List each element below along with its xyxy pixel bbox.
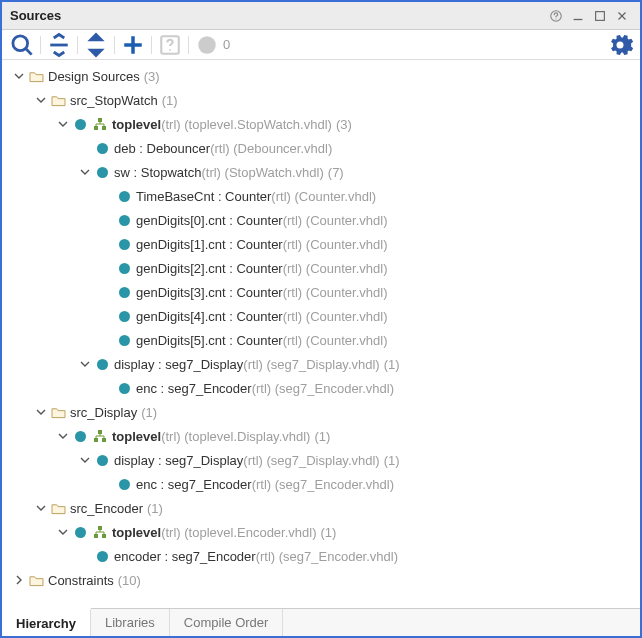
sources-tree[interactable]: Design Sources (3) src_StopWatch (1) top… [2,60,640,608]
tree-item-src-stopwatch[interactable]: src_StopWatch (1) [2,88,640,112]
tree-item-sw[interactable]: sw : Stopwatch (trl) (StopWatch.vhdl) (7… [2,160,640,184]
tree-item-toplevel-encoder[interactable]: toplevel (trl) (toplevel.Encoder.vhdl) (… [2,520,640,544]
tree-item-enc-sw[interactable]: enc : seg7_Encoder (rtl) (seg7_Encoder.v… [2,376,640,400]
tree-file: (StopWatch.vhdl) [225,165,324,180]
chevron-down-icon[interactable] [78,165,92,179]
chevron-right-icon[interactable] [12,573,26,587]
tree-count: (1) [314,429,330,444]
tree-label: display : seg7_Display [114,453,243,468]
tree-count: (7) [328,165,344,180]
tree-item-display-disp[interactable]: display : seg7_Display (rtl) (seg7_Displ… [2,448,640,472]
search-icon[interactable] [8,33,36,57]
folder-icon [50,404,66,420]
add-icon[interactable] [119,33,147,57]
tree-arch: (rtl) [283,261,303,276]
module-icon [116,308,132,324]
separator [77,36,78,54]
svg-point-6 [13,35,28,50]
tree-arch: (trl) [161,525,181,540]
tab-compile-order[interactable]: Compile Order [170,609,284,636]
tree-item-display-sw[interactable]: display : seg7_Display (rtl) (seg7_Displ… [2,352,640,376]
close-icon[interactable] [612,6,632,26]
module-icon [72,428,88,444]
chevron-down-icon[interactable] [78,357,92,371]
module-icon [116,332,132,348]
tree-item-constraints[interactable]: Constraints (10) [2,568,640,592]
tree-item-design-sources[interactable]: Design Sources (3) [2,64,640,88]
tree-file: (Counter.vhdl) [306,261,388,276]
module-icon [94,548,110,564]
chevron-down-icon[interactable] [34,405,48,419]
tree-item-gendigit3[interactable]: genDigits[3].cnt : Counter (rtl) (Counte… [2,280,640,304]
chevron-down-icon[interactable] [34,501,48,515]
chevron-down-icon[interactable] [56,525,70,539]
tree-arch: (trl) [161,117,181,132]
tree-item-deb[interactable]: deb : Debouncer (rtl) (Debouncer.vhdl) [2,136,640,160]
tree-file: (Debouncer.vhdl) [233,141,332,156]
toolbar-zero: 0 [223,37,230,52]
separator [40,36,41,54]
chevron-down-icon[interactable] [78,453,92,467]
tree-item-toplevel-display[interactable]: toplevel (trl) (toplevel.Display.vhdl) (… [2,424,640,448]
chevron-down-icon[interactable] [34,93,48,107]
module-icon [116,212,132,228]
tree-label: Design Sources [48,69,140,84]
tree-label: genDigits[1].cnt : Counter [136,237,283,252]
tree-item-gendigit0[interactable]: genDigits[0].cnt : Counter (rtl) (Counte… [2,208,640,232]
tree-arch: (trl) [201,165,221,180]
svg-rect-20 [102,438,106,442]
tree-item-gendigit1[interactable]: genDigits[1].cnt : Counter (rtl) (Counte… [2,232,640,256]
tree-item-encoder-enc[interactable]: encoder : seg7_Encoder (rtl) (seg7_Encod… [2,544,640,568]
module-icon [116,284,132,300]
svg-rect-22 [94,534,98,538]
tree-item-toplevel-stopwatch[interactable]: toplevel (trl) (toplevel.StopWatch.vhdl)… [2,112,640,136]
tree-label: toplevel [112,525,161,540]
chevron-down-icon[interactable] [56,117,70,131]
tree-item-gendigit5[interactable]: genDigits[5].cnt : Counter (rtl) (Counte… [2,328,640,352]
tree-item-gendigit4[interactable]: genDigits[4].cnt : Counter (rtl) (Counte… [2,304,640,328]
tree-item-src-encoder[interactable]: src_Encoder (1) [2,496,640,520]
tree-item-timebase[interactable]: TimeBaseCnt : Counter (rtl) (Counter.vhd… [2,184,640,208]
tree-item-src-display[interactable]: src_Display (1) [2,400,640,424]
svg-rect-17 [102,126,106,130]
tree-label: enc : seg7_Encoder [136,477,252,492]
tree-item-display-enc[interactable]: enc : seg7_Encoder (rtl) (seg7_Encoder.v… [2,472,640,496]
panel-title: Sources [10,8,544,23]
chevron-down-icon[interactable] [12,69,26,83]
settings-icon[interactable] [606,33,634,57]
tab-hierarchy[interactable]: Hierarchy [2,608,91,636]
tree-count: (3) [336,117,352,132]
tree-count: (1) [141,405,157,420]
module-icon [116,476,132,492]
disabled-help-icon [156,33,184,57]
svg-point-1 [555,18,556,19]
tree-file: (Counter.vhdl) [306,213,388,228]
tree-file: (toplevel.Display.vhdl) [184,429,310,444]
bottom-tabs: Hierarchy Libraries Compile Order [2,608,640,636]
svg-rect-3 [596,11,605,20]
chevron-down-icon[interactable] [56,429,70,443]
tree-arch: (rtl) [271,189,291,204]
tree-count: (3) [144,69,160,84]
tree-arch: (rtl) [243,453,263,468]
tree-count: (1) [321,525,337,540]
help-icon[interactable] [546,6,566,26]
tree-item-gendigit2[interactable]: genDigits[2].cnt : Counter (rtl) (Counte… [2,256,640,280]
tree-arch: (rtl) [283,285,303,300]
svg-rect-23 [102,534,106,538]
maximize-icon[interactable] [590,6,610,26]
collapse-all-icon[interactable] [45,33,73,57]
tree-label: genDigits[0].cnt : Counter [136,213,283,228]
tree-arch: (rtl) [252,477,272,492]
minimize-icon[interactable] [568,6,588,26]
tab-label: Compile Order [184,615,269,630]
tree-label: genDigits[3].cnt : Counter [136,285,283,300]
tree-arch: (rtl) [256,549,276,564]
tree-file: (Counter.vhdl) [306,309,388,324]
tab-libraries[interactable]: Libraries [91,609,170,636]
toolbar: 0 [2,30,640,60]
svg-rect-15 [98,118,102,122]
svg-rect-21 [98,526,102,530]
tree-arch: (rtl) [283,213,303,228]
expand-all-icon[interactable] [82,33,110,57]
